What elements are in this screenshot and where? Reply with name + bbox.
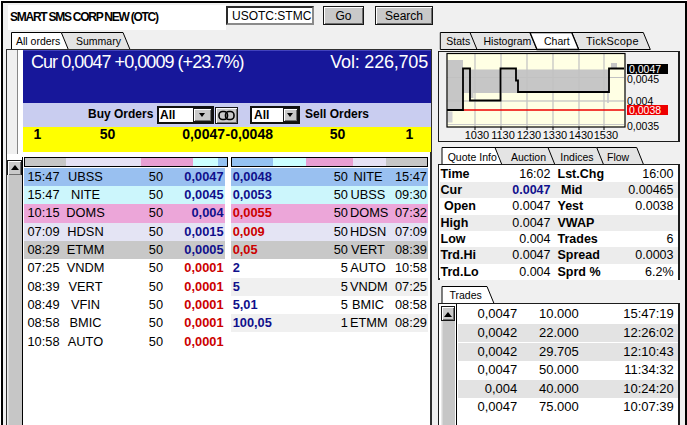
- svg-text:1230: 1230: [517, 129, 541, 141]
- svg-text:1030: 1030: [465, 129, 489, 141]
- svg-text:1430: 1430: [569, 129, 593, 141]
- svg-text:1530: 1530: [594, 129, 618, 141]
- svg-text:1130: 1130: [491, 129, 515, 141]
- svg-text:1330: 1330: [543, 129, 567, 141]
